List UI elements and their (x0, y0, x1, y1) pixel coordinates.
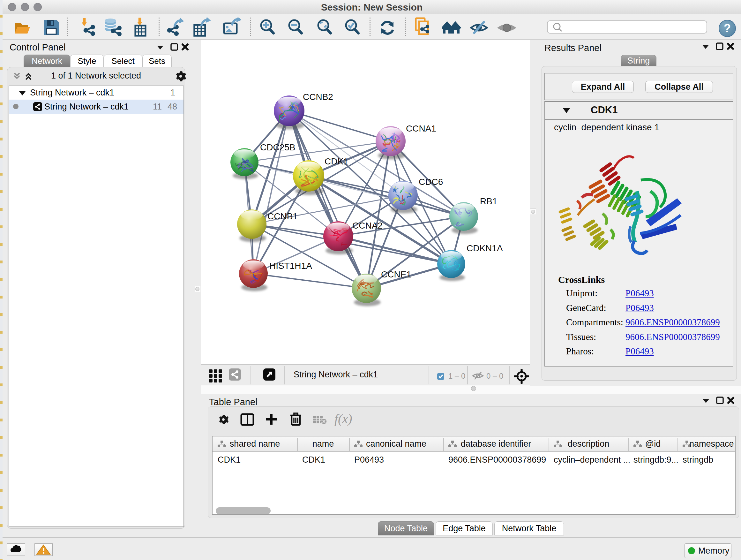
svg-text:CDKN1A: CDKN1A (467, 243, 503, 253)
svg-text:CCNE1: CCNE1 (381, 269, 411, 279)
svg-text:CDC6: CDC6 (419, 177, 443, 187)
svg-text:CDC25B: CDC25B (260, 142, 295, 152)
svg-text:CCNA1: CCNA1 (406, 124, 436, 133)
svg-text:CCNB2: CCNB2 (303, 92, 333, 102)
svg-text:?: ? (724, 22, 731, 35)
svg-text:RB1: RB1 (480, 196, 497, 206)
svg-text:CDK1: CDK1 (325, 157, 348, 166)
svg-text:HIST1H1A: HIST1H1A (269, 261, 312, 271)
svg-text:CCNB1: CCNB1 (267, 211, 298, 221)
svg-text:CCNA2: CCNA2 (352, 221, 383, 231)
